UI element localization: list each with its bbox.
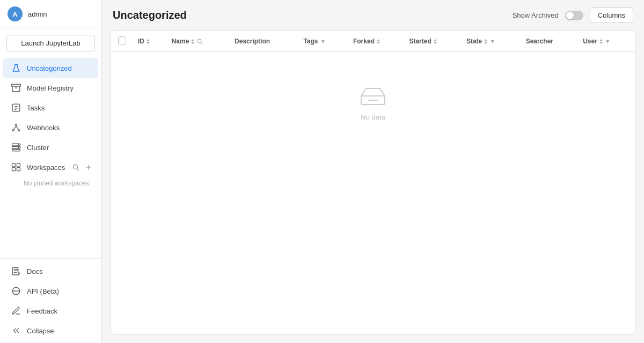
svg-rect-11 [12, 150, 20, 151]
column-label-id: ID [138, 38, 144, 45]
sort-icon-state[interactable] [484, 39, 487, 44]
sidebar-item-label-cluster: Cluster [27, 144, 49, 152]
experiments-table: ID Name [111, 31, 635, 334]
avatar: A [8, 6, 23, 21]
svg-line-26 [201, 42, 203, 44]
sidebar-bottom: Docs API (Beta) Feedback [0, 258, 101, 343]
admin-name: admin [28, 10, 47, 18]
sort-icon-forked[interactable] [377, 39, 380, 44]
launch-jupyterlab-button[interactable]: Launch JupyterLab [6, 35, 95, 51]
sidebar-item-uncategorized[interactable]: Uncategorized [3, 58, 98, 78]
svg-rect-17 [17, 168, 20, 171]
svg-rect-14 [12, 163, 16, 167]
columns-button[interactable]: Columns [590, 8, 633, 23]
sidebar-item-workspaces[interactable]: Workspaces [3, 158, 98, 177]
sort-icon-user[interactable] [599, 39, 603, 44]
column-label-searcher: Searcher [526, 38, 553, 45]
sidebar-item-label-collapse: Collapse [27, 327, 54, 335]
sidebar-header: A admin [0, 0, 101, 28]
header-actions: Show Archived Columns [513, 8, 633, 23]
column-label-forked: Forked [353, 38, 375, 45]
sidebar-item-label-tasks: Tasks [27, 104, 45, 112]
sidebar: A admin Launch JupyterLab Uncategorized … [0, 0, 102, 343]
svg-rect-15 [17, 163, 20, 167]
no-data-container: No data [111, 52, 635, 153]
sidebar-item-api-beta[interactable]: API (Beta) [3, 281, 98, 301]
table-header-tags[interactable]: Tags ▼ [298, 31, 348, 52]
search-name-icon[interactable] [196, 38, 203, 44]
webhooks-icon [11, 122, 21, 133]
flask-icon [11, 63, 21, 73]
tasks-icon [11, 102, 21, 113]
no-data-text: No data [361, 113, 385, 121]
table-header-started[interactable]: Started [404, 31, 460, 52]
workspaces-add-button[interactable] [83, 162, 94, 173]
svg-point-13 [18, 147, 19, 148]
sidebar-item-label-api-beta: API (Beta) [27, 287, 59, 295]
sidebar-item-model-registry[interactable]: Model Registry [3, 78, 98, 98]
svg-rect-0 [12, 84, 21, 86]
sidebar-item-feedback[interactable]: Feedback [3, 301, 98, 320]
sort-icon-id[interactable] [147, 39, 150, 44]
sidebar-item-docs[interactable]: Docs [3, 262, 98, 281]
api-icon [11, 286, 21, 296]
page-title: Uncategorized [113, 9, 513, 21]
table-header-id[interactable]: ID [133, 31, 166, 52]
nav-section: Uncategorized Model Registry Tasks [0, 56, 101, 258]
column-label-state: State [466, 38, 482, 45]
sidebar-item-label-uncategorized: Uncategorized [27, 64, 72, 72]
workspaces-search-button[interactable] [70, 162, 81, 173]
table-header-name[interactable]: Name [166, 31, 229, 52]
table-header-row: ID Name [111, 31, 635, 52]
sidebar-item-webhooks[interactable]: Webhooks [3, 118, 98, 137]
empty-state-row: No data [111, 52, 635, 154]
no-data-icon [359, 84, 387, 107]
feedback-icon [11, 305, 21, 316]
no-pinned-text: No pinned workspaces [0, 177, 101, 191]
table-header-state[interactable]: State ▼ [461, 31, 521, 52]
column-label-tags: Tags [303, 38, 318, 45]
select-all-checkbox[interactable] [118, 36, 126, 44]
filter-user-icon[interactable]: ▼ [605, 38, 611, 44]
show-archived-label: Show Archived [513, 11, 559, 19]
box-icon [11, 83, 21, 93]
svg-rect-22 [12, 267, 18, 275]
column-label-name: Name [172, 38, 189, 45]
workspaces-icon [11, 162, 21, 173]
svg-rect-16 [12, 168, 16, 171]
svg-line-19 [77, 169, 79, 170]
sort-icon-name[interactable] [191, 39, 194, 44]
workspaces-label: Workspaces [27, 163, 65, 172]
sidebar-item-cluster[interactable]: Cluster [3, 138, 98, 157]
toggle-knob [566, 12, 574, 19]
sidebar-item-collapse[interactable]: Collapse [3, 321, 98, 340]
table-header-checkbox [111, 31, 133, 52]
collapse-icon [11, 325, 21, 336]
sidebar-item-tasks[interactable]: Tasks [3, 98, 98, 117]
sidebar-item-label-feedback: Feedback [27, 307, 57, 315]
sidebar-item-label-model-registry: Model Registry [27, 84, 74, 92]
show-archived-toggle[interactable] [565, 11, 583, 20]
table-header-user[interactable]: User ▼ [577, 31, 635, 52]
svg-rect-2 [12, 104, 20, 111]
filter-tags-icon[interactable]: ▼ [320, 38, 326, 44]
main-header: Uncategorized Show Archived Columns [102, 0, 644, 31]
sidebar-item-label-webhooks: Webhooks [27, 124, 60, 132]
workspaces-actions [70, 162, 94, 173]
table-header-searcher: Searcher [521, 31, 578, 52]
main-content: Uncategorized Show Archived Columns ID [102, 0, 644, 343]
table-header-description: Description [229, 31, 298, 52]
column-label-started: Started [409, 38, 431, 45]
cluster-icon [11, 142, 21, 153]
column-label-description: Description [235, 38, 270, 45]
column-label-user: User [583, 38, 597, 45]
filter-state-icon[interactable]: ▼ [489, 38, 495, 44]
svg-point-12 [18, 144, 19, 145]
docs-icon [11, 266, 21, 277]
table-header-forked[interactable]: Forked [348, 31, 404, 52]
sort-icon-started[interactable] [434, 39, 437, 44]
sidebar-item-label-docs: Docs [27, 267, 43, 275]
